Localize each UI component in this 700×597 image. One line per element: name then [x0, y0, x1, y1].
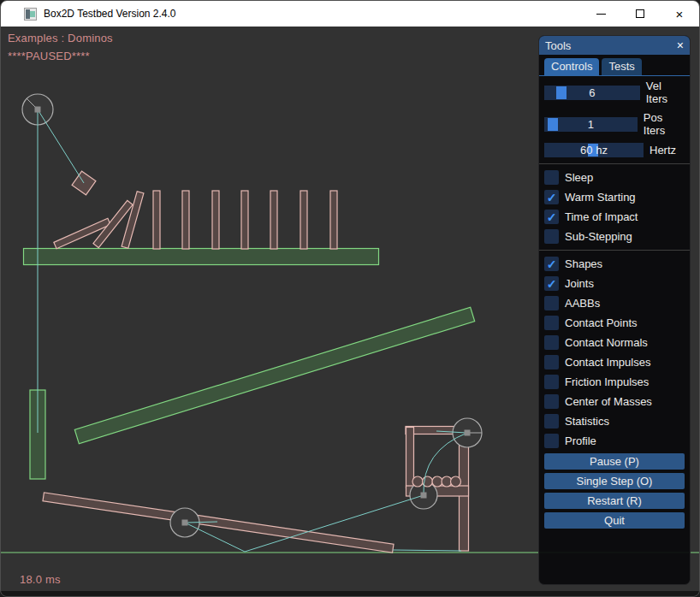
checkbox-statistics[interactable]: [544, 414, 559, 429]
app-window: Box2D Testbed Version 2.4.0 × Examples :…: [0, 0, 700, 597]
restart-r-button[interactable]: Restart (R): [544, 493, 685, 509]
slider-value: 1: [544, 117, 638, 132]
titlebar: Box2D Testbed Version 2.4.0 ×: [1, 1, 699, 27]
checkbox-time-of-impact[interactable]: ✓: [544, 210, 559, 224]
domino-5: [270, 191, 277, 249]
checkbox-row-sleep: Sleep: [544, 168, 685, 187]
checkbox-contact-points[interactable]: [544, 316, 559, 330]
tab-controls[interactable]: Controls: [544, 58, 599, 75]
seesaw-plank: [43, 493, 394, 553]
checkbox-label: Joints: [565, 277, 594, 290]
checkbox-contact-impulses[interactable]: [544, 355, 559, 369]
ball-3: [432, 476, 442, 487]
panel-close-icon[interactable]: ×: [677, 39, 684, 51]
checkmark-icon: ✓: [547, 258, 557, 270]
domino-platform: [24, 249, 379, 265]
checkbox-label: Friction Impulses: [565, 375, 649, 388]
domino-2: [182, 191, 189, 249]
joint-line: [38, 109, 84, 183]
test-name-label: Examples : Dominos: [8, 32, 113, 44]
checkbox-profile[interactable]: [544, 434, 559, 448]
domino-3: [212, 191, 219, 249]
checkbox-row-aabbs: AABBs: [544, 293, 685, 313]
checkbox-center-of-masses[interactable]: [544, 394, 559, 409]
draw-option-group: ✓ Shapes ✓ Joints AABBs Contact Points C…: [544, 254, 685, 451]
checkbox-label: Contact Impulses: [565, 356, 650, 369]
checkbox-contact-normals[interactable]: [544, 335, 559, 350]
window-frame-bottom: [1, 591, 699, 596]
frame-left-post: [406, 428, 414, 488]
domino-1: [153, 191, 160, 249]
checkbox-label: Sleep: [565, 171, 593, 184]
joint-anchor: [421, 493, 427, 499]
slider-label: Pos Iters: [644, 111, 685, 137]
checkbox-label: Sub-Stepping: [565, 230, 632, 243]
maximize-icon: [636, 9, 644, 18]
checkbox-friction-impulses[interactable]: [544, 375, 559, 389]
checkbox-row-shapes: ✓ Shapes: [544, 254, 685, 274]
angled-ramp: [74, 307, 474, 443]
joint-anchor: [35, 107, 41, 113]
checkbox-sub-stepping[interactable]: [544, 229, 559, 244]
checkbox-sleep[interactable]: [544, 170, 559, 185]
minimize-button[interactable]: [581, 1, 620, 27]
joint-anchor: [182, 520, 188, 526]
domino-fallen-3: [122, 192, 144, 249]
slider-track-vel-iters[interactable]: 6: [544, 86, 640, 100]
domino-7: [330, 191, 337, 249]
checkmark-icon: ✓: [547, 192, 557, 204]
slider-row-vel-iters: 6 Vel Iters: [544, 80, 685, 105]
joint-anchor: [465, 430, 471, 436]
paused-label: ****PAUSED****: [8, 50, 90, 62]
frame-time-label: 18.0 ms: [20, 573, 61, 586]
window-title: Box2D Testbed Version 2.4.0: [44, 8, 176, 20]
checkbox-row-profile: Profile: [544, 431, 685, 451]
maximize-button[interactable]: [620, 1, 660, 27]
checkbox-row-friction-impulses: Friction Impulses: [544, 372, 685, 392]
checkbox-label: Contact Normals: [565, 336, 648, 349]
checkbox-row-contact-points: Contact Points: [544, 313, 685, 333]
slider-label: Hertz: [650, 144, 676, 157]
slider-track-hertz[interactable]: 60 hz: [544, 143, 644, 157]
checkbox-row-contact-normals: Contact Normals: [544, 333, 685, 352]
quit-button[interactable]: Quit: [544, 512, 685, 529]
checkbox-label: Statistics: [565, 415, 609, 428]
slider-label: Vel Iters: [646, 80, 685, 105]
single-step-o-button[interactable]: Single Step (O): [544, 473, 685, 489]
tools-panel: Tools × ControlsTests 6 Vel Iters 1 Pos …: [538, 35, 691, 585]
slider-group: 6 Vel Iters 1 Pos Iters 60 hz Hertz: [544, 80, 685, 157]
domino-4: [241, 191, 248, 249]
slider-value: 60 hz: [544, 143, 644, 157]
slider-value: 6: [544, 86, 640, 100]
checkbox-label: Warm Starting: [565, 191, 636, 204]
checkbox-warm-starting[interactable]: ✓: [544, 190, 559, 204]
sim-option-group: Sleep ✓ Warm Starting ✓ Time of Impact S…: [544, 168, 685, 246]
slider-row-hertz: 60 hz Hertz: [544, 143, 685, 157]
separator: [539, 163, 690, 164]
ball-5: [451, 476, 461, 487]
minimize-icon: [596, 14, 606, 15]
checkbox-aabbs[interactable]: [544, 296, 559, 310]
checkmark-icon: ✓: [547, 278, 557, 290]
checkbox-row-sub-stepping: Sub-Stepping: [544, 227, 685, 246]
joint-line: [393, 550, 461, 551]
checkbox-joints[interactable]: ✓: [544, 276, 559, 291]
checkbox-label: Time of Impact: [565, 210, 638, 223]
separator: [539, 250, 690, 251]
checkbox-row-center-of-masses: Center of Masses: [544, 392, 685, 411]
checkbox-label: AABBs: [565, 297, 600, 310]
ball-1: [412, 476, 423, 487]
checkbox-label: Profile: [565, 434, 596, 447]
slider-track-pos-iters[interactable]: 1: [544, 117, 638, 132]
domino-6: [300, 191, 307, 249]
app-icon: [24, 8, 37, 21]
tools-panel-title: Tools: [545, 39, 571, 52]
tools-panel-titlebar[interactable]: Tools ×: [539, 36, 690, 55]
checkbox-row-warm-starting: ✓ Warm Starting: [544, 187, 685, 207]
checkbox-row-joints: ✓ Joints: [544, 274, 685, 293]
pause-p-button[interactable]: Pause (P): [544, 453, 685, 470]
slider-row-pos-iters: 1 Pos Iters: [544, 111, 685, 137]
tab-tests[interactable]: Tests: [602, 58, 641, 75]
close-button[interactable]: ×: [660, 1, 699, 27]
checkbox-shapes[interactable]: ✓: [544, 257, 559, 271]
